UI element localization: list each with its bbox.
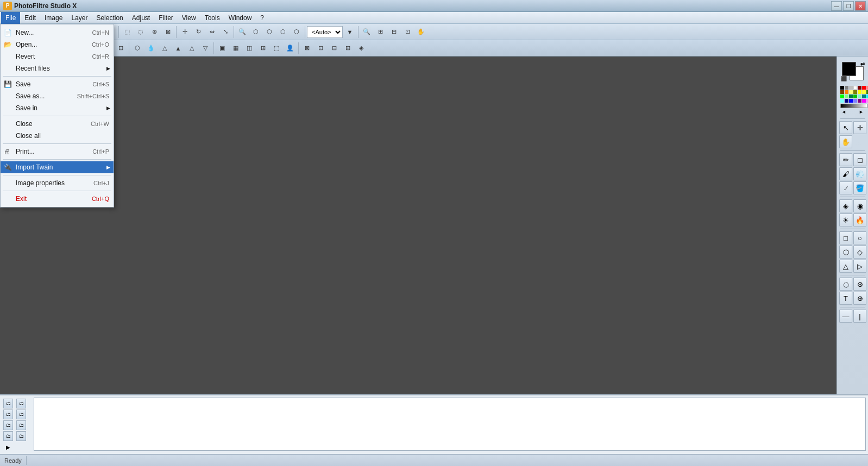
tb2-tri2[interactable]: ▲ <box>172 42 185 55</box>
palette-cell[interactable] <box>840 99 844 103</box>
tb-zoom-100[interactable]: ⊟ <box>387 26 400 39</box>
bl-tool2[interactable]: 🗂 <box>16 399 26 408</box>
tool-brush[interactable]: 🖌 <box>839 167 852 180</box>
palette-cell[interactable] <box>853 90 857 94</box>
tool-circle[interactable]: ○ <box>853 231 866 244</box>
tb2-frame5[interactable]: ⬚ <box>270 42 283 55</box>
tool-triangle[interactable]: △ <box>839 260 852 273</box>
palette-cell[interactable] <box>862 86 866 90</box>
tb-magic-sel[interactable]: ⊛ <box>148 26 161 39</box>
menu-window[interactable]: Window <box>224 12 256 24</box>
palette-cell[interactable] <box>862 95 866 98</box>
menu-image-properties[interactable]: Image properties Ctrl+J <box>1 177 114 189</box>
tb2-frame1[interactable]: ▣ <box>216 42 229 55</box>
palette-cell[interactable] <box>849 90 853 94</box>
tool-poly[interactable]: ⬡ <box>839 245 852 259</box>
tb-filter2[interactable]: ⬡ <box>263 26 276 39</box>
bl-tool3[interactable]: 🗂 <box>3 410 13 419</box>
palette-cell[interactable] <box>853 86 857 90</box>
bl-tool8[interactable]: 🗂 <box>16 431 26 441</box>
restore-button[interactable]: ❐ <box>843 1 854 11</box>
slider-left-arrow[interactable]: ◄ <box>841 109 846 115</box>
tool-lasso[interactable]: ◌ <box>839 278 852 291</box>
tb-lasso-sel[interactable]: ◌ <box>134 26 147 39</box>
tb2-tool1[interactable]: ⊠ <box>300 42 313 55</box>
bl-tool4[interactable]: 🗂 <box>16 410 26 419</box>
palette-cell[interactable] <box>845 90 848 94</box>
menu-exit[interactable]: Exit Ctrl+Q <box>1 193 114 205</box>
palette-cell[interactable] <box>849 86 853 90</box>
tb2-frame2[interactable]: ▦ <box>229 42 242 55</box>
menu-revert[interactable]: Revert Ctrl+R <box>1 51 114 62</box>
palette-cell[interactable] <box>862 99 866 103</box>
tb2-frame3[interactable]: ◫ <box>243 42 256 55</box>
tb2-tri[interactable]: △ <box>158 42 171 55</box>
tool-hand[interactable]: ✋ <box>839 135 852 148</box>
palette-cell[interactable] <box>845 86 848 90</box>
menu-layer[interactable]: Layer <box>67 12 92 24</box>
palette-cell[interactable] <box>853 95 857 98</box>
tool-text[interactable]: T <box>839 292 852 305</box>
palette-cell[interactable] <box>849 95 853 98</box>
tool-stamp[interactable]: ⊕ <box>853 292 866 305</box>
palette-cell[interactable] <box>840 86 844 90</box>
tb2-tool5[interactable]: ◈ <box>355 42 368 55</box>
tb2-sel1[interactable]: ⬡ <box>131 42 144 55</box>
tool-move[interactable]: ✛ <box>853 121 866 134</box>
default-colors-icon[interactable]: ⬛ <box>841 76 847 81</box>
palette-cell[interactable] <box>858 99 861 103</box>
tool-eraser[interactable]: ◻ <box>853 153 866 166</box>
menu-image[interactable]: Image <box>40 12 67 24</box>
minimize-button[interactable]: — <box>831 1 842 11</box>
zoom-select[interactable]: <Auto> 25% 50% 100% 200% <box>307 26 343 38</box>
tool-arrow[interactable]: ↖ <box>839 121 852 134</box>
tb-filter4[interactable]: ⬡ <box>290 26 303 39</box>
tb2-person[interactable]: 👤 <box>284 42 297 55</box>
tool-burn[interactable]: 🔥 <box>853 213 866 226</box>
tool-arrow-shape[interactable]: ▷ <box>853 260 866 273</box>
palette-cell[interactable] <box>840 90 844 94</box>
tb2-tri4[interactable]: ▽ <box>199 42 212 55</box>
palette-cell[interactable] <box>845 99 848 103</box>
bl-tool1[interactable]: 🗂 <box>3 399 13 408</box>
menu-open[interactable]: 📂 Open... Ctrl+O <box>1 39 114 51</box>
menu-close-all[interactable]: Close all <box>1 130 114 142</box>
tb2-tool2[interactable]: ⊡ <box>314 42 327 55</box>
tool-pencil[interactable]: ✏ <box>839 153 852 166</box>
tb-rect-sel[interactable]: ⬚ <box>121 26 134 39</box>
palette-cell[interactable] <box>840 95 844 98</box>
tb-resize[interactable]: ⤡ <box>219 26 232 39</box>
tool-blur[interactable]: ◉ <box>853 199 866 212</box>
menu-print[interactable]: 🖨 Print... Ctrl+P <box>1 146 114 158</box>
tb2-tri3[interactable]: △ <box>185 42 198 55</box>
menu-adjust[interactable]: Adjust <box>128 12 154 24</box>
tool-hline[interactable]: — <box>839 310 852 323</box>
menu-file[interactable]: File <box>1 12 20 24</box>
bl-tool7[interactable]: 🗂 <box>3 431 13 441</box>
menu-help[interactable]: ? <box>256 12 268 24</box>
tb2-drop[interactable]: 💧 <box>144 42 158 55</box>
slider-right-arrow[interactable]: ► <box>859 109 864 115</box>
menu-close[interactable]: Close Ctrl+W <box>1 118 114 130</box>
tb-crop[interactable]: ⊠ <box>161 26 174 39</box>
tool-fill[interactable]: 🪣 <box>853 181 866 194</box>
tb-filter1[interactable]: ⬡ <box>249 26 262 39</box>
menu-selection[interactable]: Selection <box>92 12 127 24</box>
palette-cell[interactable] <box>862 90 866 94</box>
menu-new[interactable]: 📄 New... Ctrl+N <box>1 27 114 39</box>
tb-zoom-dropdown[interactable]: ▼ <box>343 26 356 39</box>
tool-dodge[interactable]: ☀ <box>839 213 852 226</box>
tool-magic-wand[interactable]: ⊛ <box>853 278 866 291</box>
tool-airbrush[interactable]: 💨 <box>853 167 866 180</box>
palette-cell[interactable] <box>858 86 861 90</box>
foreground-color[interactable] <box>842 62 856 76</box>
color-switch-icon[interactable]: ⇄ <box>860 61 865 67</box>
close-button[interactable]: ✕ <box>855 1 866 11</box>
tb-move[interactable]: ✛ <box>178 26 191 39</box>
menu-import-twain[interactable]: 🔌 Import Twain <box>1 161 114 173</box>
tool-diamond[interactable]: ◇ <box>853 245 866 259</box>
tb-zoom-out-btn[interactable]: 🔍 <box>360 26 373 39</box>
tool-rect[interactable]: □ <box>839 231 852 244</box>
tb-rotate[interactable]: ↻ <box>192 26 205 39</box>
tb-filter3[interactable]: ⬡ <box>276 26 290 39</box>
